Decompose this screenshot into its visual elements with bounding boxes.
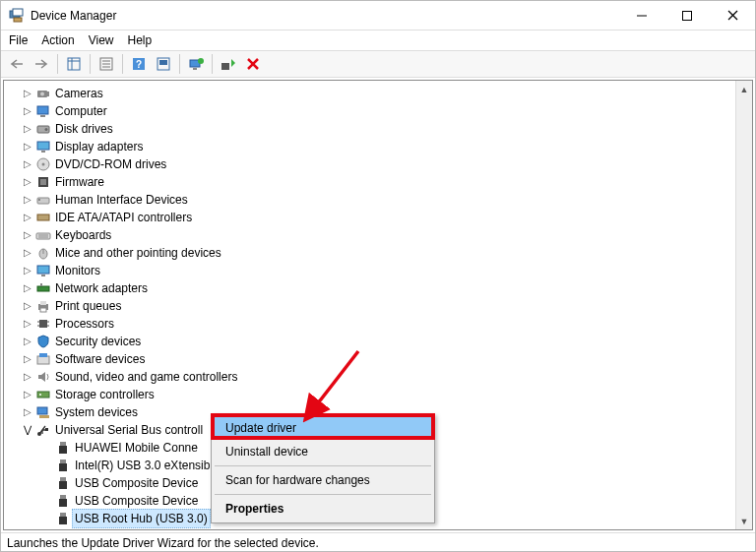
toolbar-separator	[212, 54, 213, 74]
keyboard-icon	[35, 227, 51, 243]
expand-icon[interactable]: ▷	[22, 389, 33, 400]
expand-icon[interactable]: ▷	[22, 406, 33, 418]
camera-icon	[35, 86, 51, 101]
expand-icon[interactable]: ▷	[22, 247, 33, 259]
statusbar-text: Launches the Update Driver Wizard for th…	[7, 536, 319, 550]
update-driver-button[interactable]	[184, 53, 208, 75]
toolbar-separator	[90, 54, 91, 74]
usb-device-icon	[55, 511, 71, 526]
expand-icon[interactable]: ▷	[22, 300, 33, 312]
expand-icon[interactable]: ▷	[22, 265, 33, 276]
ctx-update-driver[interactable]: Update driver	[214, 416, 432, 440]
svg-rect-52	[39, 320, 47, 328]
show-hide-tree-button[interactable]	[62, 53, 86, 75]
expand-icon[interactable]: ▷	[22, 158, 33, 170]
back-button[interactable]	[5, 53, 29, 75]
tree-node-dvd[interactable]: ▷ DVD/CD-ROM drives	[22, 155, 752, 173]
expand-icon[interactable]: ▷	[22, 336, 33, 347]
tree-node-firmware[interactable]: ▷ Firmware	[22, 173, 752, 191]
sound-icon	[35, 369, 51, 385]
tree-node-security[interactable]: ▷ Security devices	[22, 333, 752, 350]
tree-node-sound[interactable]: ▷ Sound, video and game controllers	[22, 368, 752, 386]
expand-icon[interactable]: ▷	[22, 141, 33, 153]
collapse-icon[interactable]: ⋁	[22, 424, 33, 436]
content-area: ▷ Cameras ▷ Computer ▷ Disk drives ▷ Dis…	[3, 80, 753, 530]
tree-label: Print queues	[55, 297, 121, 315]
tree-label: Mice and other pointing devices	[55, 244, 221, 262]
tree-node-processors[interactable]: ▷ Processors	[22, 315, 752, 333]
expand-icon[interactable]: ▷	[22, 371, 33, 383]
tree-label: Monitors	[55, 262, 100, 279]
close-button[interactable]	[710, 1, 755, 30]
svg-rect-32	[41, 151, 45, 153]
svg-rect-59	[37, 392, 49, 398]
ctx-scan-hardware[interactable]: Scan for hardware changes	[214, 468, 432, 492]
ctx-uninstall-device[interactable]: Uninstall device	[214, 440, 432, 463]
svg-rect-68	[59, 463, 67, 471]
vertical-scrollbar[interactable]: ▲ ▼	[735, 81, 752, 529]
svg-rect-39	[37, 215, 49, 220]
svg-rect-48	[40, 283, 42, 286]
tree-node-disk[interactable]: ▷ Disk drives	[22, 120, 752, 138]
svg-rect-62	[39, 415, 49, 418]
shield-icon	[35, 334, 51, 349]
svg-rect-40	[36, 233, 50, 239]
svg-rect-47	[37, 286, 49, 291]
scan-hardware-button[interactable]	[217, 53, 240, 75]
monitor-icon	[35, 263, 51, 278]
svg-rect-65	[60, 442, 66, 446]
tree-label: Cameras	[55, 85, 103, 102]
tree-label: Firmware	[55, 173, 104, 191]
scroll-down-button[interactable]: ▼	[736, 513, 752, 529]
tree-node-hid[interactable]: ▷ Human Interface Devices	[22, 191, 752, 209]
expand-icon[interactable]: ▷	[22, 194, 33, 206]
menu-action[interactable]: Action	[41, 33, 74, 47]
svg-rect-61	[37, 407, 47, 414]
tree-node-mice[interactable]: ▷ Mice and other pointing devices	[22, 244, 752, 262]
tb-icon-2[interactable]	[152, 53, 175, 75]
expand-icon[interactable]: ▷	[22, 282, 33, 294]
minimize-button[interactable]	[619, 1, 664, 30]
network-icon	[35, 280, 51, 296]
menu-help[interactable]: Help	[128, 33, 153, 47]
expand-icon[interactable]: ▷	[22, 212, 33, 223]
expand-icon[interactable]: ▷	[22, 318, 33, 330]
tree-node-software[interactable]: ▷ Software devices	[22, 350, 752, 368]
expand-icon[interactable]: ▷	[22, 105, 33, 117]
tree-node-network[interactable]: ▷ Network adapters	[22, 279, 752, 297]
expand-icon[interactable]: ▷	[22, 123, 33, 135]
maximize-button[interactable]	[664, 1, 710, 30]
expand-icon[interactable]: ▷	[22, 229, 33, 241]
usb-icon	[35, 422, 51, 438]
tree-label: USB Composite Device	[75, 474, 198, 492]
tree-node-computer[interactable]: ▷ Computer	[22, 102, 752, 120]
expand-icon[interactable]: ▷	[22, 88, 33, 99]
help-button[interactable]: ?	[127, 53, 151, 75]
properties-button[interactable]	[94, 53, 118, 75]
svg-rect-45	[37, 266, 49, 274]
scroll-up-button[interactable]: ▲	[736, 81, 752, 97]
svg-rect-69	[60, 477, 66, 481]
mouse-icon	[35, 245, 51, 261]
svg-rect-50	[40, 301, 46, 305]
tree-label: HUAWEI Mobile Conne	[75, 439, 198, 457]
ctx-separator	[215, 465, 431, 466]
menu-file[interactable]: File	[9, 33, 28, 47]
menu-view[interactable]: View	[89, 33, 114, 47]
tree-node-printq[interactable]: ▷ Print queues	[22, 297, 752, 315]
ctx-properties[interactable]: Properties	[214, 497, 432, 521]
svg-rect-38	[38, 199, 40, 201]
svg-point-60	[39, 394, 41, 396]
tree-node-keyboards[interactable]: ▷ Keyboards	[22, 226, 752, 244]
expand-icon[interactable]: ▷	[22, 176, 33, 188]
forward-button[interactable]	[30, 53, 53, 75]
svg-rect-74	[59, 517, 67, 524]
tree-node-display[interactable]: ▷ Display adapters	[22, 138, 752, 155]
uninstall-button[interactable]	[241, 53, 265, 75]
tree-node-cameras[interactable]: ▷ Cameras	[22, 85, 752, 102]
tree-node-monitors[interactable]: ▷ Monitors	[22, 262, 752, 279]
tree-node-storage[interactable]: ▷ Storage controllers	[22, 386, 752, 403]
svg-rect-51	[40, 308, 46, 312]
expand-icon[interactable]: ▷	[22, 353, 33, 365]
tree-node-ide[interactable]: ▷ IDE ATA/ATAPI controllers	[22, 209, 752, 226]
